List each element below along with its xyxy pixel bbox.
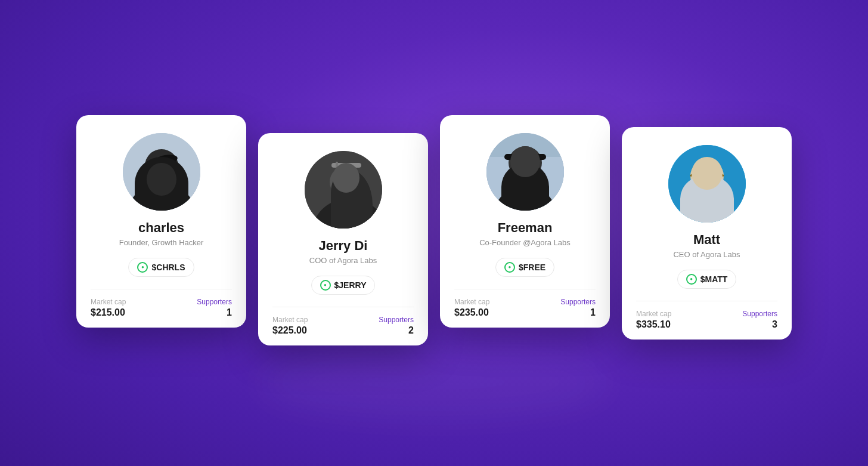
matt-marketcap-value: $335.10 (636, 319, 671, 330)
jerry-supporters-value: 2 (408, 325, 414, 336)
freeman-name: Freeman (498, 220, 553, 236)
charles-token-name: $CHRLS (151, 263, 185, 272)
avatar-freeman (486, 133, 564, 211)
svg-rect-8 (336, 162, 338, 174)
cards-container: charles Founder, Growth Hacker ● $CHRLS … (76, 121, 792, 345)
jerry-supporters-col: Supporters 2 (379, 316, 414, 336)
charles-token-badge: ● $CHRLS (128, 258, 194, 277)
card-jerry[interactable]: Jerry Di COO of Agora Labs ● $JERRY Mark… (258, 133, 428, 345)
matt-marketcap-col: Market cap $335.10 (636, 310, 671, 330)
charles-marketcap-label: Market cap (91, 298, 126, 306)
matt-token-icon: ● (686, 274, 697, 285)
svg-rect-13 (504, 154, 546, 160)
jerry-name: Jerry Di (319, 238, 368, 254)
jerry-marketcap-col: Market cap $225.00 (272, 316, 308, 336)
jerry-marketcap-value: $225.00 (272, 325, 308, 336)
freeman-supporters-col: Supporters 1 (560, 298, 596, 318)
charles-token-icon: ● (137, 262, 148, 273)
freeman-token-icon: ● (504, 262, 515, 273)
matt-name: Matt (693, 232, 720, 248)
charles-title: Founder, Growth Hacker (119, 238, 204, 247)
svg-point-15 (668, 145, 746, 223)
freeman-supporters-label: Supporters (560, 298, 596, 306)
card-charles[interactable]: charles Founder, Growth Hacker ● $CHRLS … (76, 115, 246, 328)
svg-point-6 (330, 166, 361, 197)
matt-token-badge: ● $MATT (677, 270, 737, 289)
jerry-token-badge: ● $JERRY (311, 276, 376, 295)
freeman-marketcap-label: Market cap (454, 298, 489, 306)
charles-marketcap-col: Market cap $215.00 (91, 298, 126, 318)
freeman-footer: Market cap $235.00 Supporters 1 (454, 289, 596, 328)
charles-supporters-col: Supporters 1 (197, 298, 232, 318)
freeman-supporters-value: 1 (590, 307, 596, 318)
charles-marketcap-value: $215.00 (91, 307, 126, 318)
jerry-title: COO of Agora Labs (309, 256, 377, 265)
avatar-matt (668, 145, 746, 223)
jerry-supporters-label: Supporters (379, 316, 414, 324)
jerry-token-name: $JERRY (334, 280, 367, 290)
freeman-marketcap-col: Market cap $235.00 (454, 298, 489, 318)
svg-point-2 (145, 149, 178, 183)
charles-supporters-label: Supporters (197, 298, 232, 306)
jerry-token-icon: ● (320, 280, 331, 291)
jerry-marketcap-label: Market cap (272, 316, 308, 324)
card-freeman[interactable]: Freeman Co-Founder @Agora Labs ● $FREE M… (440, 115, 610, 328)
matt-marketcap-label: Market cap (636, 310, 671, 318)
freeman-marketcap-value: $235.00 (454, 307, 489, 318)
svg-point-16 (677, 199, 737, 223)
matt-supporters-value: 3 (772, 319, 777, 330)
svg-rect-4 (305, 151, 382, 229)
matt-token-name: $MATT (700, 274, 728, 284)
card-matt[interactable]: Matt CEO of Agora Labs ● $MATT Market ca… (622, 127, 792, 340)
freeman-token-name: $FREE (519, 263, 545, 272)
matt-supporters-label: Supporters (742, 310, 777, 318)
svg-rect-10 (486, 157, 564, 211)
freeman-token-badge: ● $FREE (495, 258, 554, 277)
svg-point-1 (129, 184, 194, 211)
matt-supporters-col: Supporters 3 (742, 310, 777, 330)
matt-title: CEO of Agora Labs (673, 250, 740, 259)
charles-supporters-value: 1 (227, 307, 232, 318)
charles-name: charles (138, 220, 184, 236)
avatar-charles (123, 133, 200, 211)
svg-point-11 (495, 187, 555, 211)
jerry-footer: Market cap $225.00 Supporters 2 (272, 307, 414, 345)
svg-point-12 (509, 146, 542, 180)
freeman-title: Co-Founder @Agora Labs (479, 238, 571, 247)
matt-footer: Market cap $335.10 Supporters 3 (636, 301, 777, 340)
svg-point-17 (690, 159, 724, 193)
charles-footer: Market cap $215.00 Supporters 1 (91, 289, 232, 328)
avatar-jerry (305, 151, 382, 229)
